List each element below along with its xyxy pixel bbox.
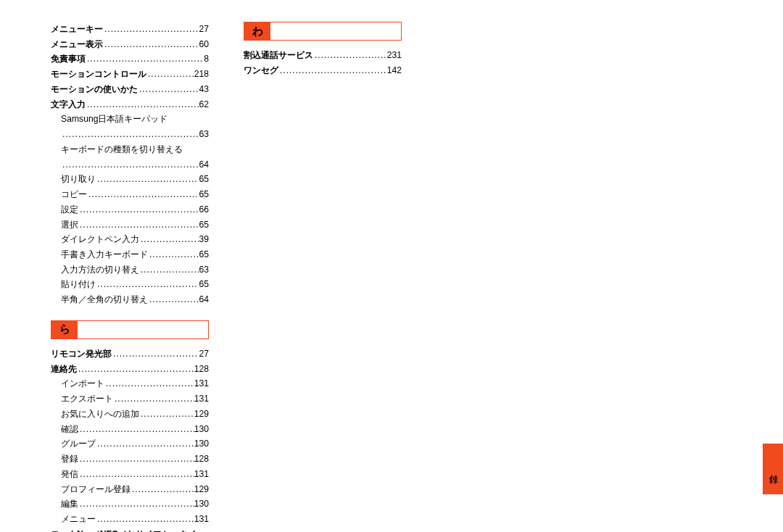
section-heading-ra-label: ら	[59, 323, 70, 336]
index-entry-label: グループ	[61, 436, 96, 452]
leader-dots	[130, 482, 194, 496]
index-entry-page: 65	[199, 277, 209, 292]
side-tab-label: 付録	[767, 467, 779, 470]
leader-dots	[313, 48, 387, 62]
leader-dots	[78, 422, 194, 436]
leader-dots	[86, 97, 199, 112]
leader-dots	[61, 127, 199, 142]
index-entry-label: 割込通話サービス	[244, 48, 313, 63]
index-entry-page: 131	[194, 512, 209, 527]
index-entry-page: 131	[194, 376, 209, 391]
index-entry: 確認130	[51, 422, 209, 437]
index-entry-label: モーションの使いかた	[51, 82, 138, 97]
index-entry-page: 62	[199, 97, 209, 112]
index-entry-page: 130	[194, 496, 209, 512]
index-entry: 半角／全角の切り替え64	[51, 292, 209, 307]
section-heading-ra: ら	[51, 320, 209, 339]
leader-dots	[78, 467, 194, 481]
index-entry: ダイレクトペン入力39	[51, 232, 209, 247]
index-entry-page: 218	[194, 67, 209, 82]
index-entry-page: 64	[199, 292, 209, 307]
index-entry-multiline: キーボードの種類を切り替える64	[51, 142, 209, 172]
index-entry: ロックNo.（NFC／おサイフケータイ	[51, 527, 209, 532]
index-entry-label: メニュー	[61, 512, 96, 527]
index-entry-label: インポート	[61, 376, 104, 391]
leader-dots	[103, 37, 199, 51]
leader-dots	[138, 82, 199, 96]
leader-dots	[61, 157, 199, 173]
index-entry-label: ワンセグ	[244, 63, 278, 78]
index-entry-page: 27	[199, 346, 209, 362]
index-entry-page: 65	[199, 247, 209, 262]
index-entry-page: 66	[199, 202, 209, 217]
index-entry-label: 免責事項	[51, 51, 86, 67]
leader-dots	[87, 187, 199, 201]
index-entry-multiline: Samsung日本語キーパッド63	[51, 112, 209, 141]
leader-dots	[104, 376, 194, 391]
index-entry-label: リモコン発光部	[51, 346, 112, 362]
index-entry-label: 設定	[61, 202, 78, 217]
index-entry-label: 入力方法の切り替え	[61, 262, 139, 278]
index-entry: 設定66	[51, 202, 209, 217]
index-entry-label: 半角／全角の切り替え	[61, 292, 148, 307]
leader-dots	[146, 67, 194, 81]
index-entry: リモコン発光部27	[51, 346, 209, 362]
index-entry-label: ロックNo.（NFC／おサイフケータイ	[51, 527, 196, 532]
index-entry-label: モーションコントロール	[51, 67, 146, 82]
index-entry: 連絡先128	[51, 362, 209, 377]
leader-dots	[139, 232, 199, 246]
section-heading-wa: わ	[244, 22, 402, 41]
index-entry: 免責事項8	[51, 51, 209, 67]
index-entry: エクスポート131	[51, 391, 209, 407]
leader-dots	[78, 217, 199, 232]
index-entry-page: 231	[387, 48, 402, 63]
leader-dots	[103, 22, 199, 36]
index-entry-page: 27	[199, 22, 209, 37]
index-entry: グループ130	[51, 436, 209, 452]
index-entry-label: 編集	[61, 496, 78, 512]
leader-dots	[96, 512, 194, 526]
index-entry-page: 129	[194, 482, 209, 497]
index-entry-label: 連絡先	[51, 362, 77, 377]
index-column-1: メニューキー27メニュー表示60免責事項8モーションコントロール218モーション…	[51, 22, 209, 532]
index-entry-label: 切り取り	[61, 172, 96, 187]
index-entry: メニューキー27	[51, 22, 209, 37]
index-entry-page: 63	[199, 127, 209, 142]
index-entry-label: 発信	[61, 467, 78, 482]
index-entry-page: 65	[199, 172, 209, 187]
index-entry-page: 63	[199, 262, 209, 278]
index-entry-label: メニューキー	[51, 22, 103, 37]
index-entry: 割込通話サービス231	[244, 48, 402, 63]
index-entry-label: プロフィール登録	[61, 482, 130, 497]
leader-dots	[78, 496, 194, 511]
index-entry-label: 手書き入力キーボード	[61, 247, 148, 262]
index-entry-label: コピー	[61, 187, 87, 202]
index-entry-page: 65	[199, 217, 209, 233]
index-entry-label: キーボードの種類を切り替える	[61, 142, 209, 157]
index-entry-page: 129	[194, 407, 209, 422]
index-entry-page: 60	[199, 37, 209, 52]
index-entry: モーションコントロール218	[51, 67, 209, 82]
leader-dots	[148, 292, 199, 307]
index-entry: コピー65	[51, 187, 209, 202]
index-entry-page: 43	[199, 82, 209, 97]
section-heading-wa-label: わ	[252, 25, 263, 38]
leader-dots	[77, 362, 194, 376]
leader-dots	[139, 407, 194, 421]
index-entry: 手書き入力キーボード65	[51, 247, 209, 262]
leader-dots	[78, 202, 199, 217]
leader-dots	[278, 63, 387, 78]
index-entry-page: 128	[194, 362, 209, 377]
side-tab-appendix: 付録	[763, 444, 783, 494]
index-entry: 登録128	[51, 452, 209, 467]
index-entry-page: 130	[194, 422, 209, 437]
index-entry: 貼り付け65	[51, 277, 209, 292]
index-entry: モーションの使いかた43	[51, 82, 209, 97]
index-column-2: わ 割込通話サービス231ワンセグ142	[244, 22, 402, 532]
index-entry-page: 131	[194, 467, 209, 482]
index-entry-page: 131	[194, 391, 209, 407]
index-entry: メニュー表示60	[51, 37, 209, 52]
index-entry-label: Samsung日本語キーパッド	[61, 112, 209, 127]
index-entry-label: メニュー表示	[51, 37, 103, 52]
index-entry-label: 確認	[61, 422, 78, 437]
